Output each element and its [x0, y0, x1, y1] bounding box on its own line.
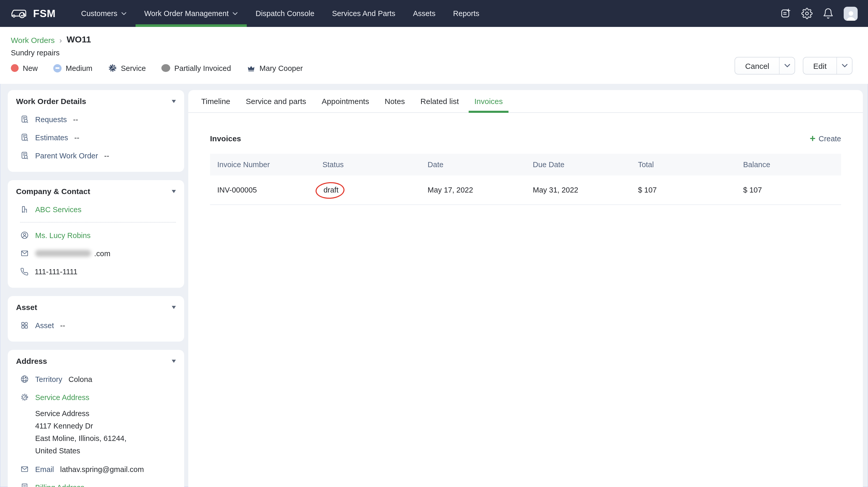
record-id: WO11 — [66, 35, 91, 45]
billing-document-icon — [20, 483, 29, 487]
edit-button[interactable]: Edit — [803, 57, 836, 74]
main-nav: Customers Work Order Management Dispatch… — [72, 0, 488, 27]
work-order-details-card: Work Order Details Requests -- Estimates… — [8, 90, 184, 172]
record-header: Work Orders › WO11 Sundry repairs New Me… — [0, 27, 868, 84]
service-address-block: Service Address 4117 Kennedy Dr East Mol… — [16, 407, 176, 457]
tab-notes[interactable]: Notes — [377, 90, 412, 112]
gray-oval-icon — [161, 64, 170, 72]
fsm-truck-logo-icon — [10, 7, 28, 20]
cell-status: draft — [315, 176, 421, 205]
contact-phone-row: 111-111-1111 — [16, 263, 176, 280]
tab-invoices[interactable]: Invoices — [467, 90, 510, 112]
cell-due-date: May 31, 2022 — [526, 176, 631, 205]
col-due-date: Due Date — [526, 154, 631, 176]
owner-badge: Mary Cooper — [247, 64, 303, 72]
status-badges: New Medium Service Partially Invoiced — [11, 64, 852, 72]
contact-link[interactable]: Ms. Lucy Robins — [35, 231, 91, 239]
person-circle-icon — [20, 231, 29, 240]
nav-item-work-order-management[interactable]: Work Order Management — [135, 0, 247, 27]
collapse-caret-icon[interactable] — [172, 359, 176, 363]
tab-label: Appointments — [322, 97, 369, 105]
cell-invoice-number[interactable]: INV-000005 — [210, 176, 315, 205]
address-email-row: Email lathav.spring@gmail.com — [16, 460, 176, 478]
edit-split-button: Edit — [803, 57, 852, 74]
service-seal-outline-icon — [20, 393, 29, 402]
billing-address-row: Billing Address — [16, 478, 176, 487]
record-main-panel: Timeline Service and parts Appointments … — [188, 90, 863, 487]
top-navbar: FSM Customers Work Order Management Disp… — [0, 0, 868, 27]
redacted-email — [35, 250, 91, 257]
record-summary: Sundry repairs — [11, 49, 852, 59]
settings-gear-icon[interactable] — [801, 8, 813, 19]
invoice-row[interactable]: INV-000005 draft May 17, 2022 May 31, 20… — [210, 176, 841, 205]
field-value: -- — [73, 115, 78, 123]
address-line: East Moline, Illinois, 61244, — [35, 432, 176, 445]
service-address-link[interactable]: Service Address — [35, 393, 90, 401]
priority-badge-medium: Medium — [53, 64, 92, 72]
asset-grid-icon — [20, 321, 29, 330]
col-date: Date — [420, 154, 526, 176]
territory-row: Territory Colona — [16, 370, 176, 388]
field-value: -- — [60, 321, 65, 329]
breadcrumb-separator-icon: › — [59, 35, 62, 44]
nav-label: Services And Parts — [332, 9, 396, 18]
email-value: lathav.spring@gmail.com — [60, 465, 144, 473]
section-title: Company & Contact — [16, 187, 90, 195]
quick-create-icon[interactable] — [780, 8, 792, 19]
address-line: Service Address — [35, 407, 176, 420]
invoices-title: Invoices — [210, 134, 241, 143]
nav-item-reports[interactable]: Reports — [444, 0, 488, 27]
nav-item-services-and-parts[interactable]: Services And Parts — [323, 0, 404, 27]
field-row-requests: Requests -- — [16, 110, 176, 128]
breadcrumb-work-orders-link[interactable]: Work Orders — [11, 35, 55, 44]
collapse-caret-icon[interactable] — [172, 190, 176, 193]
field-row-parent-work-order: Parent Work Order -- — [16, 147, 176, 164]
tab-service-and-parts[interactable]: Service and parts — [238, 90, 314, 112]
nav-label: Customers — [81, 9, 117, 18]
cancel-button[interactable]: Cancel — [735, 57, 779, 74]
nav-label: Work Order Management — [144, 9, 229, 18]
cell-balance: $ 107 — [736, 176, 841, 205]
billing-address-link[interactable]: Billing Address — [35, 483, 84, 487]
collapse-caret-icon[interactable] — [172, 306, 176, 309]
brand[interactable]: FSM — [10, 7, 56, 20]
red-ellipse-annotation — [315, 181, 345, 200]
invoices-table: Invoice Number Status Date Due Date Tota… — [210, 154, 841, 205]
divider — [20, 222, 176, 222]
create-invoice-button[interactable]: + Create — [810, 133, 841, 143]
edit-dropdown-caret[interactable] — [836, 57, 852, 74]
building-icon — [20, 205, 29, 214]
tab-timeline[interactable]: Timeline — [193, 90, 238, 112]
collapse-caret-icon[interactable] — [172, 100, 176, 103]
globe-pin-icon — [20, 375, 29, 384]
col-invoice-number: Invoice Number — [210, 154, 315, 176]
field-label: Asset — [35, 321, 54, 329]
badge-label: Service — [121, 64, 146, 72]
user-avatar[interactable] — [844, 6, 858, 21]
tab-appointments[interactable]: Appointments — [314, 90, 377, 112]
envelope-icon — [20, 465, 29, 474]
record-tabs: Timeline Service and parts Appointments … — [188, 90, 863, 113]
cancel-dropdown-caret[interactable] — [779, 57, 795, 74]
nav-item-dispatch-console[interactable]: Dispatch Console — [247, 0, 323, 27]
nav-item-customers[interactable]: Customers — [72, 0, 135, 27]
notifications-bell-icon[interactable] — [823, 8, 834, 19]
email-label[interactable]: Email — [35, 465, 54, 473]
address-card: Address Territory Colona Service Address… — [8, 350, 184, 487]
field-row-asset: Asset -- — [16, 316, 176, 334]
tab-label: Related list — [421, 97, 459, 105]
detail-sidebar: Work Order Details Requests -- Estimates… — [8, 90, 184, 487]
field-value: -- — [104, 151, 109, 160]
field-label: Parent Work Order — [35, 151, 98, 160]
cell-date: May 17, 2022 — [420, 176, 526, 205]
section-title: Address — [16, 357, 47, 365]
brand-name: FSM — [33, 7, 56, 20]
chevron-down-icon — [232, 12, 238, 15]
company-link[interactable]: ABC Services — [35, 205, 82, 213]
cancel-split-button: Cancel — [735, 57, 795, 74]
service-seal-icon — [108, 64, 117, 72]
nav-item-assets[interactable]: Assets — [404, 0, 444, 27]
contact-row: Ms. Lucy Robins — [16, 226, 176, 244]
territory-label[interactable]: Territory — [35, 375, 62, 383]
tab-related-list[interactable]: Related list — [413, 90, 467, 112]
